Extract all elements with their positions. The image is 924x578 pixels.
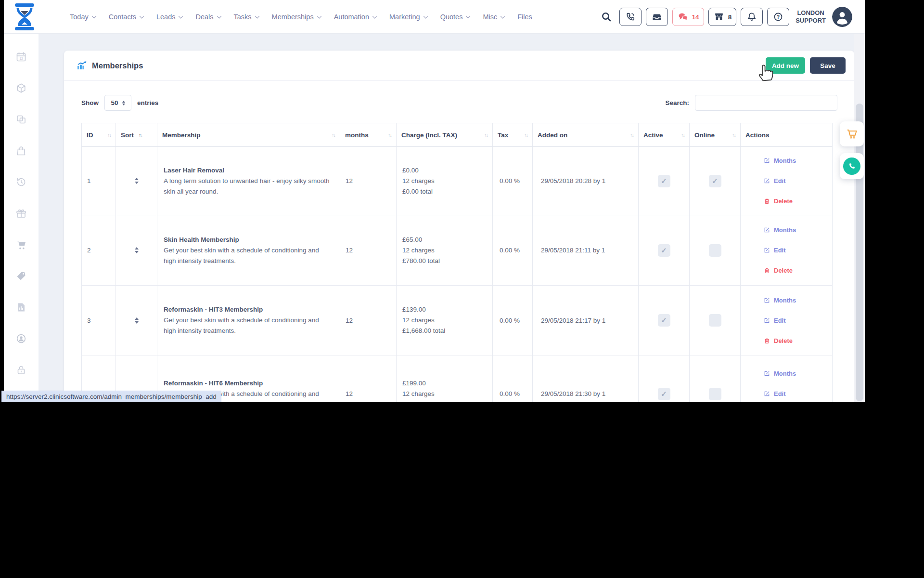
vertical-scrollbar[interactable]: [854, 34, 865, 402]
nav-deals[interactable]: Deals: [195, 13, 220, 21]
col-header-sort[interactable]: Sort↑↓: [116, 123, 157, 147]
shopping-bag-icon[interactable]: [15, 145, 27, 157]
floating-phone-button[interactable]: [840, 153, 864, 179]
avatar[interactable]: [832, 7, 852, 27]
nav-label: Marketing: [389, 13, 420, 21]
phone-call-button[interactable]: [619, 8, 642, 26]
months-link[interactable]: Months: [764, 370, 832, 377]
table-row: 2 Skin Health Membership Get your best s…: [81, 215, 833, 286]
phone-circle: [843, 158, 860, 175]
nav-contacts[interactable]: Contacts: [109, 13, 143, 21]
search-input[interactable]: [695, 95, 837, 111]
clinicsoftware-logo[interactable]: [12, 3, 37, 31]
staff-icon[interactable]: [15, 333, 27, 344]
gift-icon[interactable]: [15, 208, 27, 219]
page-size-select[interactable]: 50: [104, 95, 131, 111]
membership-name: Skin Health Membership: [164, 235, 333, 245]
nav-memberships[interactable]: Memberships: [272, 13, 321, 21]
cell-actions: Months Edit Delete: [741, 147, 833, 215]
help-button[interactable]: ?: [767, 8, 789, 26]
col-header-membership[interactable]: Membership↑↓: [157, 123, 340, 147]
charge-count: 12 charges: [402, 245, 492, 256]
months-link[interactable]: Months: [764, 297, 832, 304]
store-button[interactable]: 8: [708, 8, 737, 26]
scrollbar-thumb[interactable]: [856, 104, 863, 401]
nav-automation[interactable]: Automation: [334, 13, 376, 21]
page-title: Memberships: [92, 61, 143, 70]
active-checkbox[interactable]: ✓: [658, 175, 670, 187]
chat-button[interactable]: 14: [672, 8, 704, 26]
chevron-down-icon: [423, 13, 428, 18]
cell-months: 12: [340, 215, 397, 286]
cart-icon[interactable]: [15, 239, 27, 250]
history-icon[interactable]: [15, 176, 27, 188]
col-header-added-on[interactable]: Added on↑↓: [533, 123, 639, 147]
memberships-card: Memberships Add new Save Show 50 entries…: [64, 51, 854, 402]
active-checkbox[interactable]: ✓: [658, 314, 670, 327]
col-header-online[interactable]: Online↑↓: [690, 123, 741, 147]
nav-label: Contacts: [109, 13, 136, 21]
edit-link[interactable]: Edit: [764, 247, 832, 254]
nav-marketing[interactable]: Marketing: [389, 13, 427, 21]
tags-icon[interactable]: [15, 270, 27, 282]
nav-leads[interactable]: Leads: [156, 13, 183, 21]
nav-files[interactable]: Files: [517, 13, 532, 21]
online-checkbox[interactable]: ✓: [709, 175, 721, 187]
inbox-tray-icon: [651, 12, 663, 22]
nav-misc[interactable]: Misc: [483, 13, 504, 21]
col-header-charge[interactable]: Charge (Incl. TAX)↑↓: [397, 123, 493, 147]
edit-link[interactable]: Edit: [764, 390, 832, 397]
cell-online: [690, 355, 741, 402]
cell-added-on: 29/05/2018 21:30 by 1: [533, 355, 639, 402]
inbox-button[interactable]: [646, 8, 668, 26]
active-checkbox[interactable]: ✓: [658, 244, 670, 257]
cell-tax: 0.00 %: [493, 147, 533, 215]
online-checkbox[interactable]: [709, 314, 721, 327]
copy-icon[interactable]: [15, 114, 27, 125]
sort-icon: ↑↓: [732, 132, 736, 138]
sort-icon: ↑↓: [484, 132, 488, 138]
col-header-id[interactable]: ID↑↓: [81, 123, 116, 147]
col-header-active[interactable]: Active↑↓: [639, 123, 690, 147]
table-row: 3 Reformaskin - HIT3 Membership Get your…: [81, 286, 833, 355]
nav-label: Memberships: [272, 13, 314, 21]
cell-tax: 0.00 %: [493, 286, 533, 355]
products-cube-icon[interactable]: [15, 82, 27, 94]
delete-link[interactable]: Delete: [764, 197, 832, 205]
cell-tax: 0.00 %: [493, 355, 533, 402]
nav-today[interactable]: Today: [70, 13, 96, 21]
lock-icon[interactable]: [15, 364, 27, 376]
months-link[interactable]: Months: [764, 157, 832, 164]
save-button[interactable]: Save: [810, 57, 846, 74]
delete-link[interactable]: Delete: [764, 267, 832, 274]
charge-count: 12 charges: [402, 315, 492, 326]
cell-active: ✓: [639, 355, 690, 402]
online-checkbox[interactable]: [709, 244, 721, 257]
calendar-icon[interactable]: 12: [15, 51, 27, 63]
sort-handle-icon[interactable]: [135, 317, 139, 324]
cell-active: ✓: [639, 286, 690, 355]
sort-handle-icon[interactable]: [135, 247, 139, 253]
sort-handle-icon[interactable]: [135, 178, 139, 184]
search-icon[interactable]: [601, 11, 612, 23]
active-checkbox[interactable]: ✓: [658, 388, 670, 400]
cell-charge: £65.00 12 charges £780.00 total: [397, 215, 493, 286]
nav-tasks[interactable]: Tasks: [234, 13, 259, 21]
edit-link[interactable]: Edit: [764, 177, 832, 184]
col-header-months[interactable]: months↑↓: [340, 123, 397, 147]
delete-link[interactable]: Delete: [764, 337, 832, 344]
months-link[interactable]: Months: [764, 226, 832, 234]
floating-cart-button[interactable]: [840, 121, 864, 146]
notifications-button[interactable]: [741, 8, 763, 26]
reports-icon[interactable]: [15, 302, 27, 313]
show-label: Show: [81, 99, 99, 106]
col-header-tax[interactable]: Tax↑↓: [493, 123, 533, 147]
cell-sort: [116, 286, 157, 355]
cell-charge: £0.00 12 charges £0.00 total: [397, 147, 493, 215]
online-checkbox[interactable]: [709, 388, 721, 400]
trash-icon: [764, 198, 770, 204]
page-size-value: 50: [111, 99, 118, 106]
edit-link[interactable]: Edit: [764, 317, 832, 324]
select-arrows-icon: [122, 101, 125, 105]
nav-quotes[interactable]: Quotes: [440, 13, 470, 21]
